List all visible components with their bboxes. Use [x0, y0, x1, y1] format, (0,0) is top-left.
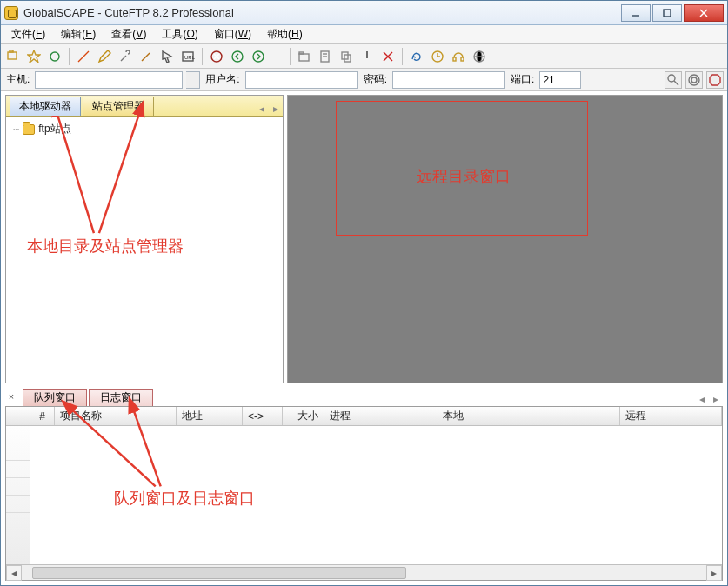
col-remote[interactable]: 远程	[620, 407, 722, 425]
tab-local-drives[interactable]: 本地驱动器	[10, 97, 81, 116]
scroll-thumb[interactable]	[32, 567, 406, 579]
svg-text:URL: URL	[184, 55, 195, 60]
bottom-tab-bar: 队列窗口 日志窗口 ◂ ▸	[5, 387, 723, 406]
app-icon	[4, 6, 18, 20]
svg-rect-5	[10, 50, 13, 52]
svg-rect-22	[299, 52, 304, 54]
svg-marker-6	[28, 50, 40, 63]
bottom-tab-scroll-right[interactable]: ▸	[709, 392, 723, 406]
col-rowselector[interactable]	[6, 407, 30, 425]
col-local[interactable]: 本地	[437, 407, 620, 425]
host-input[interactable]	[35, 71, 183, 89]
svg-line-10	[142, 53, 150, 61]
remote-pane[interactable]	[287, 95, 723, 383]
svg-rect-35	[453, 57, 456, 61]
svg-point-19	[253, 51, 264, 62]
minimize-button[interactable]	[621, 4, 651, 22]
properties-icon[interactable]	[317, 48, 334, 65]
app-window: GlobalSCAPE - CuteFTP 8.2 Professional 文…	[0, 0, 728, 586]
stop-icon[interactable]	[208, 48, 225, 65]
new-connection-icon[interactable]	[4, 48, 22, 65]
tab-site-manager[interactable]: 站点管理器	[83, 97, 154, 116]
svg-point-29	[366, 59, 369, 62]
menu-edit[interactable]: 编辑(E)	[54, 25, 103, 43]
port-input[interactable]	[539, 71, 581, 89]
password-input[interactable]	[392, 71, 505, 89]
maximize-button[interactable]	[652, 4, 682, 22]
col-size[interactable]: 大小	[283, 407, 324, 425]
queue-grid-body[interactable]	[6, 426, 722, 564]
refresh-icon[interactable]	[408, 48, 425, 65]
col-process[interactable]: 进程	[324, 407, 437, 425]
host-history-dropdown[interactable]	[186, 71, 200, 89]
username-input[interactable]	[245, 71, 358, 89]
menu-help[interactable]: 帮助(H)	[260, 25, 310, 43]
stop-small-button[interactable]	[706, 71, 724, 89]
connect-button[interactable]	[665, 71, 682, 89]
tree-root-label: ftp站点	[38, 122, 70, 137]
svg-marker-20	[277, 55, 283, 58]
copy-icon[interactable]	[337, 48, 355, 65]
settings-button[interactable]	[685, 71, 703, 89]
toolbar: URL	[1, 44, 727, 69]
schedule-icon[interactable]	[429, 48, 446, 65]
connection-bar: 主机: 用户名: 密码: 端口:	[1, 69, 727, 91]
window-title: GlobalSCAPE - CuteFTP 8.2 Professional	[23, 6, 621, 19]
row-number-gutter	[6, 426, 30, 564]
titlebar: GlobalSCAPE - CuteFTP 8.2 Professional	[1, 1, 727, 25]
globe-icon[interactable]	[471, 48, 488, 65]
svg-marker-40	[190, 78, 196, 82]
menu-view[interactable]: 查看(V)	[104, 25, 153, 43]
select-icon[interactable]	[158, 48, 176, 65]
dropdown-arrow-icon[interactable]	[276, 50, 284, 63]
tab-scroll-left[interactable]: ◂	[255, 102, 269, 116]
horizontal-scrollbar[interactable]: ◂ ▸	[6, 564, 722, 580]
menubar: 文件(F) 编辑(E) 查看(V) 工具(O) 窗口(W) 帮助(H)	[1, 25, 727, 44]
tab-log[interactable]: 日志窗口	[89, 389, 153, 406]
col-item-name[interactable]: 项目名称	[55, 407, 177, 425]
delete-icon[interactable]	[379, 48, 397, 65]
back-icon[interactable]	[229, 48, 246, 65]
site-tree[interactable]: ⋯ ftp站点	[6, 117, 283, 383]
tools-icon[interactable]	[117, 48, 134, 65]
svg-point-44	[689, 75, 699, 85]
menu-file[interactable]: 文件(F)	[4, 25, 52, 43]
scroll-left-icon[interactable]: ◂	[6, 565, 22, 581]
menu-window[interactable]: 窗口(W)	[207, 25, 258, 43]
close-bottom-pane[interactable]: ×	[5, 390, 17, 403]
quick-connect-icon[interactable]	[75, 48, 92, 65]
svg-rect-1	[664, 10, 671, 17]
tree-root-item[interactable]: ⋯ ftp站点	[13, 122, 276, 137]
col-index[interactable]: #	[30, 407, 55, 425]
headset-icon[interactable]	[450, 48, 467, 65]
queue-grid-header: # 项目名称 地址 <-> 大小 进程 本地 远程	[6, 407, 722, 426]
bottom-tab-scroll-left[interactable]: ◂	[695, 392, 709, 406]
svg-rect-4	[8, 52, 17, 59]
connection-wizard-icon[interactable]	[25, 48, 43, 65]
svg-line-42	[674, 81, 678, 85]
forward-icon[interactable]	[250, 48, 267, 65]
svg-marker-12	[163, 51, 171, 63]
menu-tools[interactable]: 工具(O)	[155, 25, 204, 43]
edit-icon[interactable]	[96, 48, 113, 65]
tab-scroll-right[interactable]: ▸	[269, 102, 283, 116]
left-tab-bar: 本地驱动器 站点管理器 ◂ ▸	[6, 96, 283, 117]
port-label: 端口:	[509, 72, 536, 87]
user-label: 用户名:	[204, 72, 241, 87]
url-icon[interactable]: URL	[179, 48, 197, 65]
close-button[interactable]	[684, 4, 724, 22]
wand-icon[interactable]	[137, 48, 155, 65]
tab-queue[interactable]: 队列窗口	[23, 389, 87, 406]
reconnect-icon[interactable]	[46, 48, 63, 65]
svg-rect-21	[299, 54, 309, 61]
queue-grid: # 项目名称 地址 <-> 大小 进程 本地 远程 ◂	[5, 406, 723, 581]
svg-marker-45	[710, 75, 720, 85]
alert-icon[interactable]	[358, 48, 376, 65]
col-direction[interactable]: <->	[243, 407, 283, 425]
local-pane: 本地驱动器 站点管理器 ◂ ▸ ⋯ ftp站点	[5, 95, 284, 383]
svg-marker-9	[99, 50, 110, 62]
svg-point-43	[691, 77, 697, 83]
new-folder-icon[interactable]	[296, 48, 313, 65]
col-address[interactable]: 地址	[177, 407, 243, 425]
scroll-right-icon[interactable]: ▸	[706, 565, 722, 581]
